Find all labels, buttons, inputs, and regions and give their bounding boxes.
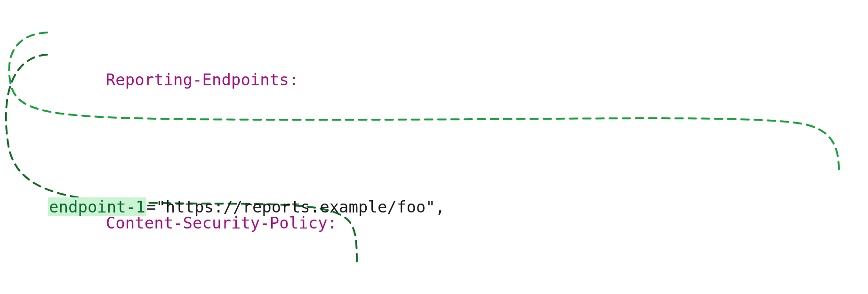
document-policy-block: Document-Policy: document-write=?0; repo… <box>48 245 435 294</box>
header-name-reporting: Reporting-Endpoints: <box>106 70 298 89</box>
reporting-endpoints-header: Reporting-Endpoints: <box>48 48 445 112</box>
dp-header: Document-Policy: <box>48 287 435 294</box>
header-name-csp: Content-Security-Policy: <box>106 213 337 232</box>
diagram-stage: Reporting-Endpoints: endpoint-1="https:/… <box>0 0 868 294</box>
